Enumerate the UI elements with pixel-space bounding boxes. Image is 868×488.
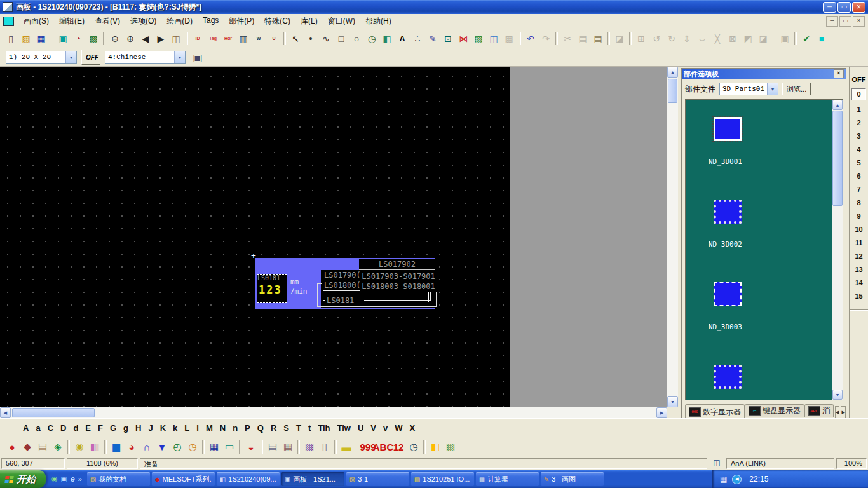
quick-msn-icon[interactable]: ◉ [51, 475, 58, 484]
menu-item[interactable]: Tags [198, 14, 224, 29]
tab-keyboard-display[interactable]: ▭ 键盘显示器 [745, 404, 804, 417]
station-parts-icon[interactable]: ▨ [302, 440, 317, 454]
task-3-1[interactable]: ▨ 3-1 [346, 472, 409, 486]
text-figure-button[interactable]: L [184, 423, 189, 433]
zoom-in-icon[interactable]: ⊕ [123, 31, 138, 46]
menu-item[interactable]: 窗口(W) [323, 14, 360, 29]
rotate-right-icon[interactable]: ↻ [664, 31, 679, 46]
grid-size-select[interactable]: 1) 20 X 20 ▼ [6, 51, 77, 64]
text-figure-button[interactable]: Q [257, 423, 264, 433]
funnel-graph-icon[interactable]: ▼ [154, 440, 170, 454]
align-icon[interactable]: ⊞ [634, 31, 649, 46]
task-1s210240[interactable]: ◧ 1S210240(09... [217, 472, 280, 486]
task-melsoft[interactable]: ◆ MELSOFT系列... [152, 472, 215, 486]
text-figure-button[interactable]: n [233, 423, 238, 433]
state-number-button[interactable]: 9 [850, 210, 868, 223]
goto-screen-parts-icon[interactable]: ◈ [50, 440, 65, 454]
vertical-scroll-thumb[interactable] [668, 79, 677, 103]
buzzer-parts-icon[interactable]: ◒ [243, 440, 259, 454]
pointer-icon[interactable]: ↖ [288, 31, 303, 46]
ascii-display-parts-icon[interactable]: ABC [376, 440, 391, 454]
browse-button[interactable]: 浏览... [782, 83, 811, 95]
flip-horizontal-icon[interactable]: ⇔ [695, 31, 710, 46]
state-number-button[interactable]: 4 [850, 143, 868, 156]
bring-front-icon[interactable]: ◩ [740, 31, 756, 46]
frame-tool-icon[interactable]: ⊡ [440, 31, 456, 46]
rotate-left-icon[interactable]: ↺ [649, 31, 664, 46]
shrink-icon[interactable]: ╳ [710, 31, 725, 46]
ellipse-tool-icon[interactable]: ○ [349, 31, 364, 46]
open-icon[interactable]: ▨ [18, 31, 34, 46]
trend-graph-icon[interactable]: ◷ [185, 440, 200, 454]
state-number-button[interactable]: 3 [850, 130, 868, 143]
menu-item[interactable]: 画面(S) [18, 14, 54, 29]
task-paint[interactable]: ✎ 3 - 画图 [541, 472, 604, 486]
parts-lib-icon[interactable]: ▩ [501, 31, 517, 46]
parts-scroll-thumb[interactable] [832, 111, 843, 206]
hdr-tag-icon[interactable]: Hdr [220, 31, 236, 46]
tabs-scroll-right-icon[interactable]: ▶ [841, 406, 845, 419]
button-3d-parts-icon[interactable]: ◆ [20, 440, 35, 454]
lamp-parts-icon[interactable]: ◉ [72, 440, 87, 454]
chevron-down-icon[interactable]: ▼ [65, 51, 76, 63]
text-figure-button[interactable]: T [296, 423, 301, 433]
menu-item[interactable]: 库(L) [295, 14, 323, 29]
state-number-button[interactable]: 5 [850, 156, 868, 170]
start-button[interactable]: 开始 [0, 470, 46, 488]
task-huaban[interactable]: ▣ 画板 - 1S21... [281, 472, 344, 486]
state-number-button[interactable]: 10 [850, 223, 868, 236]
time-display-parts-icon[interactable]: ◷ [406, 440, 421, 454]
drawing-canvas[interactable]: + 100 LS017902 LS01790( LS017903-S017901… [0, 67, 510, 407]
scroll-up-icon[interactable]: ▲ [667, 67, 678, 78]
text-figure-button[interactable]: D [60, 423, 66, 433]
task-my-documents[interactable]: ▨ 我的文档 [87, 472, 150, 486]
restore-button[interactable]: ▭ [837, 2, 851, 13]
parts-list-scrollbar[interactable]: ▲ ▼ [832, 100, 843, 400]
prev-screen-icon[interactable]: ◀ [138, 31, 153, 46]
device-label-low-right[interactable]: LS018003-S018001 [360, 281, 437, 292]
marker-tool-icon[interactable]: ✎ [425, 31, 440, 46]
text-figure-button[interactable]: a [36, 423, 40, 433]
part-icon[interactable] [714, 282, 742, 306]
state-number-button[interactable]: 8 [850, 196, 868, 210]
text-figure-button[interactable]: E [85, 423, 91, 433]
language-tray-icon[interactable]: ◀ [732, 475, 742, 484]
parts-file-select[interactable]: 3D Parts01 ▼ [719, 83, 778, 95]
text-figure-button[interactable]: N [220, 423, 226, 433]
chevron-down-icon[interactable]: ▼ [174, 51, 185, 63]
text-figure-button[interactable]: H [135, 423, 141, 433]
language-select[interactable]: 4:Chinese ▼ [105, 51, 186, 64]
device-label-low-left[interactable]: LS01800( [322, 280, 363, 290]
rect-tool-icon[interactable]: □ [334, 31, 349, 46]
child-restore-button[interactable]: ▭ [839, 16, 851, 27]
text-figure-button[interactable]: K [160, 423, 166, 433]
text-figure-button[interactable]: C [48, 423, 53, 433]
screen-overlay-icon[interactable]: ▣ [190, 50, 205, 65]
w-field-icon[interactable]: W [251, 31, 266, 46]
palette-close-icon[interactable]: × [834, 69, 844, 78]
id-tag-icon[interactable]: ID [190, 31, 205, 46]
date-display-parts-icon[interactable]: 12 [391, 440, 406, 454]
preview-icon[interactable]: ▩ [86, 31, 101, 46]
text-figure-button[interactable]: S [283, 423, 289, 433]
parts-list-item[interactable]: ND_3D001 [686, 100, 843, 182]
horizontal-scroll-thumb[interactable] [12, 408, 95, 417]
part-icon[interactable] [714, 200, 742, 224]
text-figure-button[interactable]: F [98, 423, 103, 433]
text-figure-button[interactable]: A [23, 423, 29, 433]
state-off-button[interactable]: OFF [850, 76, 868, 83]
parts-move-icon[interactable]: ▧ [443, 440, 458, 454]
toggle-parts-icon[interactable]: ▤ [35, 440, 50, 454]
text-figure-button[interactable]: l [196, 423, 199, 433]
state-number-button[interactable]: 15 [850, 290, 868, 303]
state-number-button[interactable]: 2 [850, 116, 868, 130]
bar-graph-icon[interactable]: ▆ [109, 440, 124, 454]
next-screen-icon[interactable]: ▶ [153, 31, 168, 46]
memo-parts-icon[interactable]: ▯ [317, 440, 332, 454]
task-1s210251[interactable]: ▤ 1S210251 IO... [411, 472, 474, 486]
state-number-button[interactable]: 6 [850, 170, 868, 183]
child-window-icon[interactable] [3, 17, 14, 26]
quick-launch-chevron-icon[interactable]: » [78, 475, 82, 483]
text-figure-button[interactable]: g [123, 423, 128, 433]
text-figure-button[interactable]: U [358, 423, 363, 433]
